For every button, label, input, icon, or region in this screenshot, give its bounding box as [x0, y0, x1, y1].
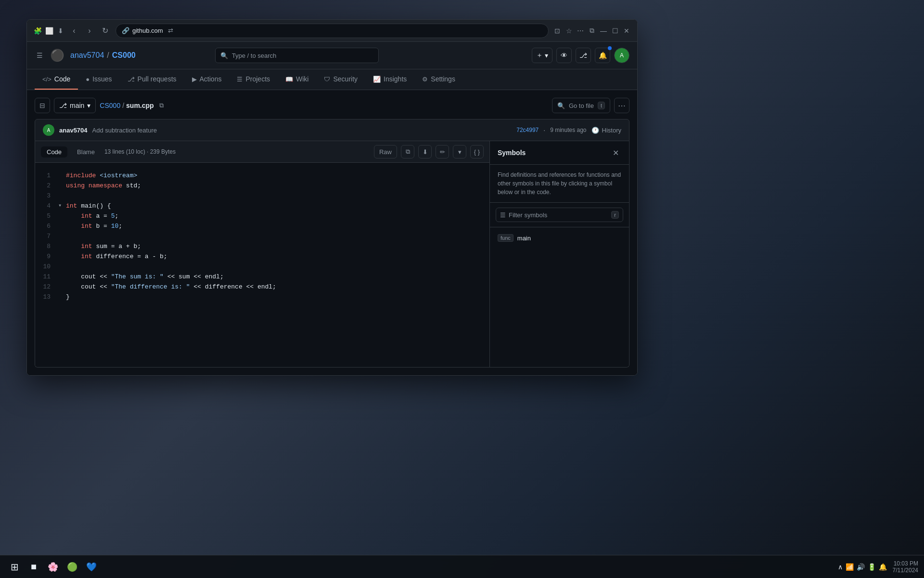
line-number[interactable]: 1 [35, 171, 58, 181]
nav-item-settings[interactable]: ⚙ Settings [414, 69, 463, 90]
line-number[interactable]: 3 [35, 191, 58, 201]
edit-more-button[interactable]: ▾ [453, 145, 466, 158]
tab-code[interactable]: Code [41, 146, 67, 158]
new-button[interactable]: ＋ ▾ [532, 48, 552, 63]
extensions-icon[interactable]: 🧩 [33, 26, 42, 36]
taskbar-terminal-icon[interactable]: ■ [25, 558, 42, 576]
maximize-icon[interactable]: ☐ [610, 26, 620, 36]
line-number[interactable]: 9 [35, 251, 58, 262]
taskbar: ⊞ ■ 🌸 🟢 💙 ∧ 📶 🔊 🔋 🔔 10:03 PM 7/11/2024 [0, 555, 924, 578]
code-line: 3 [35, 191, 489, 201]
commit-author[interactable]: anav5704 [59, 127, 88, 134]
symbols-panel: Symbols ✕ Find definitions and reference… [489, 141, 629, 367]
user-avatar[interactable]: A [614, 48, 629, 63]
symbol-item[interactable]: func main [490, 231, 629, 245]
line-number[interactable]: 11 [35, 272, 58, 282]
taskbar-app1-icon[interactable]: 🌸 [44, 558, 62, 576]
filter-box[interactable]: ☰ Filter symbols r [496, 208, 623, 222]
network-icon[interactable]: 📶 [846, 563, 854, 571]
nav-item-issues[interactable]: ● Issues [78, 69, 119, 90]
plus-icon: ＋ [536, 51, 543, 60]
breadcrumb-user[interactable]: anav5704 [70, 51, 104, 60]
settings-icon[interactable]: ⧉ [587, 26, 597, 36]
symbols-button[interactable]: { } [470, 145, 484, 158]
immersive-reader-icon[interactable]: ⊡ [552, 26, 562, 36]
code-line: 7 [35, 231, 489, 241]
history-button[interactable]: 🕐 History [591, 127, 621, 134]
nav-item-projects[interactable]: ☰ Projects [229, 69, 278, 90]
github-header: ☰ ⚫ anav5704 / CS000 🔍 Type / to search … [27, 42, 637, 69]
github-logo[interactable]: ⚫ [50, 49, 64, 62]
search-box[interactable]: 🔍 Type / to search [215, 48, 379, 63]
line-number[interactable]: 8 [35, 241, 58, 251]
commit-message: Add subtraction feature [92, 127, 157, 134]
nav-item-insights[interactable]: 📈 Insights [365, 69, 414, 90]
battery-icon[interactable]: 🔋 [868, 563, 876, 571]
line-number[interactable]: 2 [35, 181, 58, 191]
refresh-button[interactable]: ↻ [98, 24, 112, 38]
chevron-up-icon[interactable]: ∧ [838, 563, 843, 571]
file-breadcrumb-bar: ⊟ ⎇ main ▾ CS000 / sum.cpp ⧉ 🔍 Go to [35, 98, 629, 113]
start-button[interactable]: ⊞ [6, 558, 23, 576]
symbols-close-button[interactable]: ✕ [610, 147, 621, 158]
taskbar-spotify-icon[interactable]: 🟢 [64, 558, 81, 576]
browser-nav-buttons: 🧩 ⬜ ⬇ ‹ › ↻ [33, 24, 112, 38]
minimize-icon[interactable]: — [599, 26, 608, 36]
commit-time: 9 minutes ago [550, 127, 586, 133]
pull-request-icon-button[interactable]: ⎇ [576, 48, 591, 63]
nav-label-issues: Issues [92, 75, 112, 83]
edit-file-button[interactable]: ✏ [436, 145, 449, 158]
code-line: 5 int a = 5; [35, 211, 489, 221]
file-path: CS000 / sum.cpp ⧉ [100, 100, 167, 111]
commit-hash[interactable]: 72c4997 [516, 127, 539, 133]
watch-button[interactable]: 👁 [556, 48, 572, 63]
line-number[interactable]: 6 [35, 221, 58, 231]
favorites-icon[interactable]: ☆ [564, 26, 574, 36]
menu-icon[interactable]: ☰ [35, 51, 44, 60]
sidebar-icon[interactable]: ⬜ [44, 26, 54, 36]
back-button[interactable]: ‹ [67, 24, 81, 38]
notification-icon[interactable]: 🔔 [879, 563, 887, 571]
line-number[interactable]: 5 [35, 211, 58, 221]
file-more-button[interactable]: ⋯ [614, 98, 629, 113]
code-line: 13 } [35, 292, 489, 302]
tab-blame[interactable]: Blame [71, 146, 101, 158]
taskbar-clock[interactable]: 10:03 PM 7/11/2024 [893, 560, 918, 574]
file-path-repo[interactable]: CS000 [100, 102, 120, 109]
sidebar-toggle-button[interactable]: ⊟ [35, 98, 50, 113]
download-icon[interactable]: ⬇ [56, 26, 65, 36]
address-bar[interactable]: 🔗 github.com ⇄ [116, 24, 549, 38]
code-line: 9 int difference = a - b; [35, 251, 489, 262]
branch-selector[interactable]: ⎇ main ▾ [54, 98, 96, 113]
taskbar-vscode-icon[interactable]: 💙 [83, 558, 100, 576]
breadcrumb: anav5704 / CS000 [70, 51, 136, 60]
notifications-button[interactable]: 🔔 [595, 48, 610, 63]
nav-item-security[interactable]: 🛡 Security [316, 69, 365, 90]
breadcrumb-repo[interactable]: CS000 [112, 51, 136, 60]
nav-item-pull-requests[interactable]: ⎇ Pull requests [120, 69, 184, 90]
symbols-filter: ☰ Filter symbols r [490, 203, 629, 227]
line-number[interactable]: 7 [35, 231, 58, 241]
close-browser-icon[interactable]: ✕ [622, 26, 631, 36]
forward-button[interactable]: › [83, 24, 96, 38]
line-number[interactable]: 10 [35, 262, 58, 272]
browser-more-icon[interactable]: ⋯ [576, 26, 585, 36]
code-panel: Code Blame 13 lines (10 loc) · 239 Bytes… [35, 141, 489, 367]
nav-item-wiki[interactable]: 📖 Wiki [278, 69, 316, 90]
goto-file-button[interactable]: 🔍 Go to file t [552, 98, 610, 113]
line-number[interactable]: 12 [35, 282, 58, 292]
download-file-button[interactable]: ⬇ [418, 145, 432, 158]
copy-path-button[interactable]: ⧉ [156, 100, 167, 111]
settings-nav-icon: ⚙ [422, 76, 428, 83]
nav-item-code[interactable]: </> Code [35, 69, 78, 90]
symbols-header: Symbols ✕ [490, 141, 629, 165]
line-number[interactable]: 4 [35, 201, 58, 211]
nav-item-actions[interactable]: ▶ Actions [184, 69, 230, 90]
raw-button[interactable]: Raw [374, 145, 397, 158]
volume-icon[interactable]: 🔊 [857, 563, 865, 571]
nav-label-code: Code [54, 75, 70, 83]
copy-raw-button[interactable]: ⧉ [401, 145, 414, 158]
wiki-nav-icon: 📖 [285, 76, 293, 83]
line-number[interactable]: 13 [35, 292, 58, 302]
code-line: 12 cout << "The difference is: " << diff… [35, 282, 489, 292]
